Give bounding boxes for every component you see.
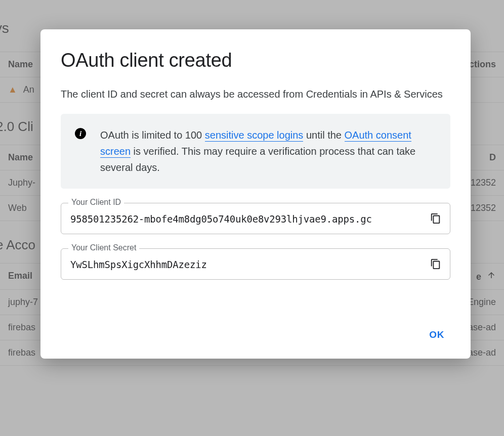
copy-icon: [430, 213, 441, 224]
client-secret-field: Your Client Secret YwSLhmSpsXigcXhhmDAze…: [61, 248, 450, 280]
client-secret-label: Your Client Secret: [68, 243, 139, 252]
client-id-field: Your Client ID 958501235262-mbofe4m8dg05…: [61, 203, 450, 234]
ok-button[interactable]: OK: [423, 325, 450, 344]
copy-icon: [430, 258, 441, 270]
dialog-title: OAuth client created: [61, 50, 450, 71]
info-box: i OAuth is limited to 100 sensitive scop…: [61, 114, 450, 189]
info-icon: i: [75, 128, 86, 139]
info-text: OAuth is limited to 100 sensitive scope …: [100, 127, 436, 176]
sensitive-scope-logins-link[interactable]: sensitive scope logins: [205, 129, 304, 142]
oauth-client-created-dialog: OAuth client created The client ID and s…: [40, 29, 471, 359]
client-id-value[interactable]: 958501235262-mbofe4m8dg05o740uk0e8v293lh…: [70, 213, 422, 225]
copy-client-id-button[interactable]: [429, 211, 443, 226]
client-id-label: Your Client ID: [68, 198, 124, 207]
copy-client-secret-button[interactable]: [429, 257, 443, 271]
dialog-subtitle: The client ID and secret can always be a…: [61, 86, 450, 102]
client-secret-value[interactable]: YwSLhmSpsXigcXhhmDAzeziz: [70, 259, 422, 270]
dialog-actions: OK: [61, 325, 450, 344]
